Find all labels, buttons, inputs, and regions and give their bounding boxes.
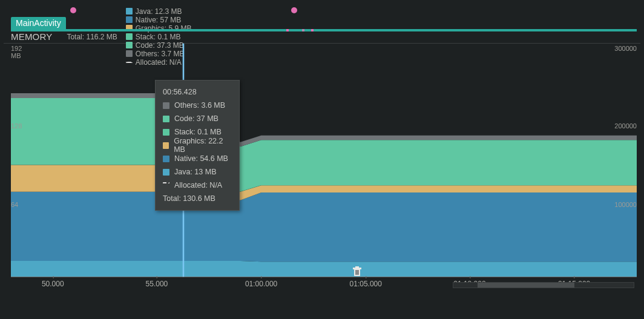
- legend-row: MEMORY Total: 116.2 MB Java: 12.3 MBNati…: [4, 30, 640, 44]
- tooltip-label: Code: 37 MB: [174, 114, 218, 123]
- area-series-native: [11, 192, 637, 262]
- x-tick: 01:05.000: [350, 280, 382, 288]
- y-tick: 300000: [614, 45, 637, 52]
- legend-item-stack[interactable]: Stack: 0.1 MB: [126, 33, 192, 41]
- y-tick: 128: [11, 122, 22, 130]
- tooltip-row: Allocated: N/A: [163, 179, 232, 192]
- tooltip-label: Allocated: N/A: [174, 181, 222, 189]
- y-tick: 200000: [614, 122, 637, 130]
- area-chart-svg: [11, 44, 637, 277]
- tooltip-label: Others: 3.6 MB: [174, 101, 225, 110]
- event-dot-icon: [291, 7, 297, 13]
- tooltip-swatch: [163, 169, 169, 176]
- tooltip-label: Native: 54.6 MB: [174, 154, 228, 163]
- tooltip-row: Java: 13 MB: [163, 165, 232, 179]
- activity-timeline[interactable]: MainActivity: [4, 2, 640, 29]
- hover-tooltip: 00:56.428 Others: 3.6 MBCode: 37 MBStack…: [155, 80, 240, 211]
- y-tick: 64: [11, 201, 18, 208]
- legend-swatch: [126, 33, 133, 40]
- tooltip-time: 00:56.428: [163, 85, 232, 99]
- tooltip-swatch: [163, 102, 169, 109]
- timeline-scrollbar[interactable]: [453, 282, 634, 288]
- legend-label: Stack: 0.1 MB: [136, 33, 181, 41]
- legend-total: Total: 116.2 MB: [67, 33, 117, 41]
- y-tick: 192 MB: [11, 45, 22, 59]
- tooltip-swatch: [163, 142, 169, 149]
- tooltip-label: Java: 13 MB: [174, 168, 216, 176]
- tooltip-swatch: [163, 182, 169, 189]
- y-tick: 100000: [614, 201, 637, 208]
- chart-plot-area[interactable]: [11, 44, 637, 277]
- tooltip-swatch: [163, 116, 169, 122]
- activity-bar: [11, 29, 637, 31]
- tooltip-row: Others: 3.6 MB: [163, 99, 232, 112]
- x-tick: 55.000: [146, 280, 168, 288]
- chart-title: MEMORY: [11, 31, 52, 42]
- tooltip-swatch: [163, 156, 169, 162]
- tooltip-label: Stack: 0.1 MB: [174, 128, 222, 136]
- area-series-java: [11, 261, 637, 277]
- svg-rect-2: [355, 266, 359, 268]
- tooltip-row: Code: 37 MB: [163, 112, 232, 125]
- scrollbar-thumb[interactable]: [478, 283, 574, 288]
- tooltip-label: Graphics: 22.2 MB: [174, 137, 232, 154]
- tooltip-total: Total: 130.6 MB: [163, 192, 232, 205]
- memory-chart[interactable]: 192 MB 128 64 300000 200000 100000 50.00…: [4, 44, 640, 298]
- x-tick: 50.000: [42, 280, 64, 288]
- x-tick: 01:00.000: [245, 280, 277, 288]
- activity-label[interactable]: MainActivity: [11, 17, 66, 29]
- tooltip-row: Graphics: 22.2 MB: [163, 139, 232, 152]
- event-dot-icon: [70, 7, 76, 13]
- profiler-panel: MainActivity MEMORY Total: 116.2 MB Java…: [0, 0, 644, 319]
- tooltip-swatch: [163, 129, 169, 136]
- gc-event-icon[interactable]: [353, 266, 361, 277]
- tooltip-row: Native: 54.6 MB: [163, 152, 232, 165]
